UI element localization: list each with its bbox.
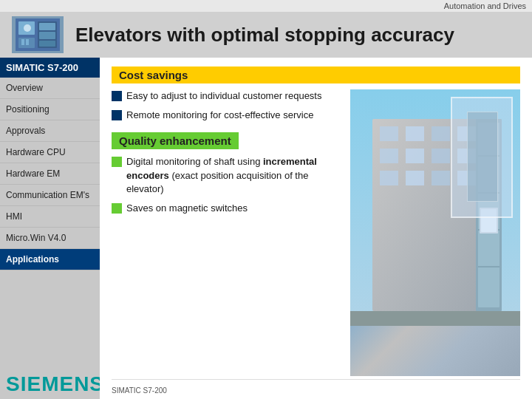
sidebar-item-approvals[interactable]: Approvals — [0, 120, 100, 142]
bullet-square-icon — [112, 91, 122, 101]
svg-rect-19 — [457, 149, 476, 163]
svg-rect-9 — [26, 39, 29, 45]
elevator-photo — [350, 89, 520, 376]
bullet-square-icon-2 — [112, 110, 122, 120]
quality-bullet-1: Digital monitoring of shaft using increm… — [112, 155, 341, 196]
sidebar-spacer — [0, 270, 100, 364]
quality-bullet-2: Saves on magnetic switches — [112, 202, 341, 215]
svg-rect-32 — [350, 311, 520, 326]
quality-section: Quality enhancement Digital monitoring o… — [112, 132, 341, 215]
svg-rect-15 — [457, 126, 476, 141]
svg-rect-14 — [432, 126, 450, 141]
sidebar-item-communication-ems[interactable]: Communication EM's — [0, 185, 100, 206]
sidebar-item-positioning[interactable]: Positioning — [0, 99, 100, 120]
svg-rect-21 — [406, 171, 424, 185]
svg-point-7 — [24, 24, 31, 32]
svg-rect-20 — [380, 171, 398, 185]
bullet-square-green-1 — [112, 157, 122, 167]
sidebar-item-hardware-cpu[interactable]: Hardware CPU — [0, 142, 100, 163]
cost-savings-header: Cost savings — [112, 66, 520, 83]
svg-rect-25 — [478, 123, 499, 307]
content-area: Cost savings Easy to adjust to individua… — [100, 58, 532, 399]
elevator-svg — [350, 89, 520, 326]
main-area: SIMATIC S7-200 Overview Positioning Appr… — [0, 58, 532, 399]
siemens-logo: SIEMENS — [0, 364, 100, 399]
quality-bullet-2-text: Saves on magnetic switches — [126, 202, 248, 215]
quality-bullet-1-text: Digital monitoring of shaft using increm… — [126, 155, 341, 196]
sidebar-item-overview[interactable]: Overview — [0, 78, 100, 99]
sidebar-item-applications[interactable]: Applications — [0, 249, 100, 270]
cost-bullet-1: Easy to adjust to individual customer re… — [112, 89, 341, 103]
header-logo — [12, 16, 64, 53]
svg-rect-16 — [380, 149, 398, 163]
svg-rect-12 — [380, 126, 398, 141]
svg-rect-22 — [432, 171, 450, 185]
elevator-image — [350, 89, 520, 376]
svg-rect-8 — [21, 39, 24, 45]
content-body: Easy to adjust to individual customer re… — [112, 89, 520, 376]
svg-rect-23 — [457, 171, 476, 185]
svg-rect-6 — [39, 41, 55, 47]
page-title: Elevators with optimal stopping accuracy — [75, 24, 454, 47]
sidebar-item-hardware-em[interactable]: Hardware EM — [0, 163, 100, 185]
sidebar-item-microwin[interactable]: Micro.Win V4.0 — [0, 228, 100, 249]
footer-left-content: SIMATIC S7-200 — [112, 386, 167, 395]
svg-rect-18 — [432, 149, 450, 163]
sidebar-brand: SIMATIC S7-200 — [0, 58, 100, 78]
svg-rect-11 — [372, 119, 483, 311]
svg-rect-13 — [406, 126, 424, 141]
cost-bullet-1-text: Easy to adjust to individual customer re… — [126, 89, 321, 103]
text-section: Easy to adjust to individual customer re… — [112, 89, 341, 376]
cost-bullet-2: Remote monitoring for cost-effective ser… — [112, 109, 341, 122]
sidebar: SIMATIC S7-200 Overview Positioning Appr… — [0, 58, 100, 399]
svg-rect-4 — [39, 23, 55, 30]
bullet-square-green-2 — [112, 203, 122, 214]
quality-enhancement-header: Quality enhancement — [112, 132, 239, 149]
svg-rect-5 — [39, 32, 55, 39]
svg-rect-17 — [406, 149, 424, 163]
top-bar: Automation and Drives — [0, 0, 532, 12]
sidebar-item-hmi[interactable]: HMI — [0, 206, 100, 228]
header: Elevators with optimal stopping accuracy — [0, 12, 532, 58]
logo-icon — [16, 18, 60, 51]
cost-bullet-2-text: Remote monitoring for cost-effective ser… — [126, 109, 313, 122]
svg-rect-31 — [481, 209, 497, 232]
content-footer: SIMATIC S7-200 — [112, 379, 520, 396]
top-bar-label: Automation and Drives — [444, 1, 526, 10]
